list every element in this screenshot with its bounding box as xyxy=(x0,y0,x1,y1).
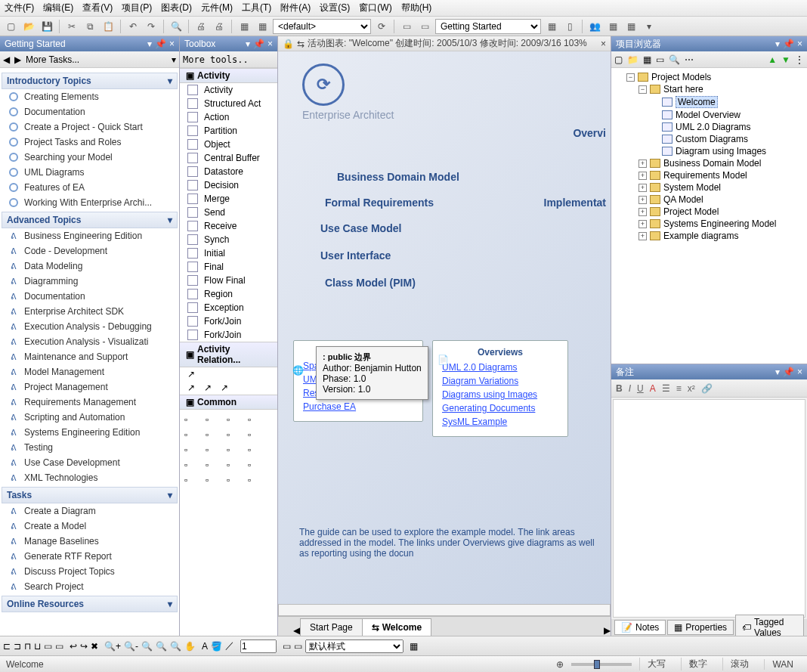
pb-pkg[interactable]: 📁 xyxy=(627,54,638,65)
common-tool[interactable]: ▫ xyxy=(227,414,243,425)
gs-item[interactable]: ᕕSystems Engineering Edition xyxy=(2,425,178,440)
menu-edit[interactable]: 编辑(E) xyxy=(43,2,73,14)
font-color-button[interactable]: A xyxy=(650,383,656,394)
style-paste[interactable]: ▭ xyxy=(294,641,302,652)
common-tool[interactable]: ▫ xyxy=(206,414,222,425)
common-tool[interactable]: ▫ xyxy=(227,475,243,485)
tab-close-icon[interactable]: × xyxy=(601,39,606,49)
toolbox-item[interactable]: Final xyxy=(180,260,277,274)
common-tool[interactable]: ▫ xyxy=(248,414,264,425)
numlist-button[interactable]: ≡ xyxy=(676,383,682,394)
tree-item[interactable]: Welcome xyxy=(676,96,718,108)
common-tool[interactable]: ▫ xyxy=(184,460,201,470)
undo-button[interactable]: ↶ xyxy=(125,19,141,34)
gs-item[interactable]: ᕕCreate a Model xyxy=(2,519,178,534)
align-btn-4[interactable]: ⊔ xyxy=(34,641,41,652)
zoom-sel[interactable]: 🔍 xyxy=(170,641,181,652)
zoom-slider[interactable] xyxy=(571,663,632,666)
toolbox-item[interactable]: Partition xyxy=(180,124,277,138)
common-tool[interactable]: ▫ xyxy=(248,429,264,440)
line-btn[interactable]: ／ xyxy=(225,639,234,652)
misc-button-3[interactable]: ▾ xyxy=(642,19,657,34)
section-advanced-topics[interactable]: Advanced Topics▾ xyxy=(2,212,178,228)
pin2-icon[interactable]: 📌 xyxy=(783,39,794,49)
pin-icon[interactable]: ▾ xyxy=(775,39,780,49)
gs-item[interactable]: ᕕDocumentation xyxy=(2,289,178,304)
send-back[interactable]: ↩ xyxy=(70,641,77,652)
tree-item[interactable]: Model Overview xyxy=(676,110,741,120)
toolbox-item[interactable]: Central Buffer xyxy=(180,151,277,165)
layer-btn-2[interactable]: ▭ xyxy=(55,641,63,652)
heading-implementation[interactable]: Implementat xyxy=(544,197,606,209)
more-tools-link[interactable]: More tools.. xyxy=(183,54,249,65)
zoom-in[interactable]: 🔍+ xyxy=(104,641,121,652)
align-btn-1[interactable]: ⊏ xyxy=(3,641,11,652)
toolbox-rel-2[interactable]: ↗↗↗ xyxy=(180,381,277,395)
layer-btn-1[interactable]: ▭ xyxy=(44,641,52,652)
line-width-combo[interactable] xyxy=(240,639,277,653)
expander[interactable]: + xyxy=(638,208,647,216)
toolbox-item[interactable]: Decision xyxy=(180,178,277,192)
expander[interactable]: + xyxy=(638,220,647,228)
save-button[interactable]: 💾 xyxy=(39,19,54,34)
menu-bar[interactable]: 文件(F) 编辑(E) 查看(V) 项目(P) 图表(D) 元件(M) 工具(T… xyxy=(0,0,807,17)
common-tool[interactable]: ▫ xyxy=(184,444,201,455)
common-tool[interactable]: ▫ xyxy=(206,429,222,440)
pb-up[interactable]: ▲ xyxy=(768,54,777,65)
toolbox-cat-activity[interactable]: ▣ Activity xyxy=(180,68,277,83)
back-button[interactable]: ◀ xyxy=(3,54,10,65)
paste-button[interactable]: 📋 xyxy=(100,19,116,34)
gs-item[interactable]: ᕕGenerate RTF Report xyxy=(2,549,178,564)
bring-front[interactable]: ↪ xyxy=(80,641,88,652)
tree-item[interactable]: Custom Diagrams xyxy=(676,134,748,144)
tab-tagged-values[interactable]: 🏷Tagged Values xyxy=(735,615,804,636)
style-combo[interactable]: 默认样式 xyxy=(305,639,404,653)
pin2-icon[interactable]: 📌 xyxy=(155,39,166,49)
layout-button-2[interactable]: ▭ xyxy=(417,19,432,34)
tree-item[interactable]: UML 2.0 Diagrams xyxy=(676,122,751,132)
cut-button[interactable]: ✂ xyxy=(64,19,79,34)
gs-item[interactable]: ᕕModel Management xyxy=(2,364,178,379)
tab-start-page[interactable]: Start Page xyxy=(300,618,363,636)
pb-elem[interactable]: ▭ xyxy=(656,54,664,65)
pb-new[interactable]: ▢ xyxy=(614,54,623,65)
tree-item[interactable]: Diagram using Images xyxy=(676,146,766,156)
close-icon[interactable]: × xyxy=(169,39,175,49)
pb-menu[interactable]: ⋮ xyxy=(795,54,804,65)
gs-item[interactable]: ᕕMaintenance and Support xyxy=(2,349,178,364)
copy-button[interactable]: ⧉ xyxy=(82,19,97,34)
gs-item[interactable]: ᕕCode - Development xyxy=(2,243,178,259)
toolbox-item[interactable]: Region xyxy=(180,287,277,301)
menu-file[interactable]: 文件(F) xyxy=(5,2,34,14)
team-button[interactable]: 👥 xyxy=(587,19,602,34)
pb-dia[interactable]: ▦ xyxy=(643,54,651,65)
toolbox-item[interactable]: Receive xyxy=(180,219,277,233)
fwd-button[interactable]: ▶ xyxy=(14,54,21,65)
link-gen-docs[interactable]: Generating Documents xyxy=(442,403,558,413)
toolbox-item[interactable]: Action xyxy=(180,110,277,124)
gs-item[interactable]: Creating Elements xyxy=(2,89,178,104)
common-tool[interactable]: ▫ xyxy=(227,460,243,470)
zoom-100[interactable]: 🔍 xyxy=(156,641,167,652)
close-icon[interactable]: × xyxy=(797,39,802,49)
expander[interactable]: − xyxy=(638,85,647,94)
link-diagram-var[interactable]: Diagram Variations xyxy=(442,376,558,386)
heading-ui[interactable]: User Interface xyxy=(320,249,391,262)
open-button[interactable]: 📂 xyxy=(21,19,36,34)
heading-formal-reqs[interactable]: Formal Requirements xyxy=(325,197,434,209)
view-button-1[interactable]: ▦ xyxy=(544,19,559,34)
pb-down[interactable]: ▼ xyxy=(781,54,790,65)
misc-button-2[interactable]: ▦ xyxy=(623,19,638,34)
common-tool[interactable]: ▫ xyxy=(227,444,243,455)
heading-business-domain[interactable]: Business Domain Model xyxy=(337,171,459,183)
list-button[interactable]: ☰ xyxy=(662,383,670,394)
gs-item[interactable]: ᕕExecution Analysis - Debugging xyxy=(2,319,178,334)
tab-notes[interactable]: 📝Notes xyxy=(614,620,666,635)
element-ops-button[interactable]: ▦ xyxy=(255,19,270,34)
diagram-canvas[interactable]: ⟳ Enterprise Architect Overvi Business D… xyxy=(278,51,611,604)
toolbox-item[interactable]: Activity xyxy=(180,83,277,97)
misc-button-1[interactable]: ▦ xyxy=(605,19,620,34)
pin2-icon[interactable]: 📌 xyxy=(783,367,794,377)
common-tool[interactable]: ▫ xyxy=(184,414,201,425)
pin-icon[interactable]: ▾ xyxy=(147,39,152,49)
